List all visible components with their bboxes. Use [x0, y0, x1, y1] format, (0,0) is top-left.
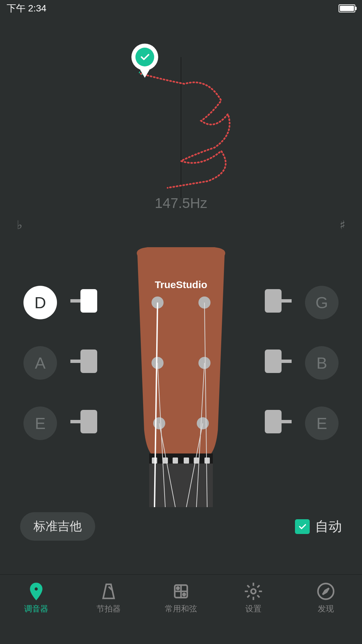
auto-toggle[interactable]: 自动: [295, 517, 342, 536]
svg-rect-9: [173, 458, 178, 464]
machine-head-e-low: [70, 410, 97, 433]
string-button-e-high[interactable]: E: [305, 407, 339, 440]
machine-head-d: [70, 289, 97, 313]
svg-rect-11: [194, 458, 199, 464]
brand-label: TrueStudio: [155, 279, 207, 290]
string-button-a[interactable]: A: [23, 346, 57, 380]
auto-label: 自动: [315, 517, 342, 536]
machine-head-b: [265, 350, 292, 373]
svg-point-20: [34, 587, 39, 591]
svg-rect-12: [204, 458, 210, 464]
guitar-headstock-area: TrueStudio D A E G B E 标准吉他 自动: [0, 239, 362, 574]
nav-discover[interactable]: 发现: [290, 575, 362, 621]
sharp-symbol: ♯: [340, 218, 345, 232]
machine-head-a: [70, 350, 97, 373]
nav-settings[interactable]: 设置: [217, 575, 290, 621]
status-bar: 下午 2:34: [0, 0, 362, 17]
battery-icon: [339, 4, 355, 12]
accidental-row: ♭ ♯: [0, 211, 362, 239]
svg-rect-8: [163, 458, 168, 464]
string-button-d[interactable]: D: [23, 286, 57, 319]
tuning-indicator: [131, 44, 158, 78]
svg-point-25: [177, 587, 179, 589]
svg-point-26: [183, 593, 185, 595]
tuner-display: 147.5Hz: [0, 17, 362, 211]
svg-rect-10: [184, 458, 189, 464]
pitch-trail: [0, 17, 362, 211]
svg-point-27: [251, 589, 256, 594]
string-button-e-low[interactable]: E: [23, 407, 57, 440]
pin-icon: [27, 582, 46, 601]
nav-metronome[interactable]: 节拍器: [72, 575, 145, 621]
check-icon: [139, 51, 150, 63]
string-button-b[interactable]: B: [305, 346, 339, 380]
svg-rect-13: [149, 464, 213, 507]
nav-tuner[interactable]: 调音器: [0, 575, 72, 621]
chord-grid-icon: [172, 582, 190, 601]
nav-chords[interactable]: 常用和弦: [145, 575, 217, 621]
status-time: 下午 2:34: [7, 2, 46, 15]
metronome-icon: [99, 582, 118, 601]
flat-symbol: ♭: [17, 218, 22, 232]
string-button-g[interactable]: G: [305, 286, 339, 319]
gear-icon: [244, 582, 263, 601]
tuning-preset-button[interactable]: 标准吉他: [20, 512, 95, 541]
compass-icon: [316, 582, 335, 601]
checkbox-icon: [295, 519, 310, 534]
machine-head-e-high: [265, 410, 292, 433]
machine-head-g: [265, 289, 292, 313]
svg-marker-29: [323, 588, 329, 594]
bottom-nav: 调音器 节拍器 常用和弦 设置 发现: [0, 574, 362, 621]
frequency-label: 147.5Hz: [155, 195, 207, 211]
svg-rect-6: [149, 453, 213, 464]
